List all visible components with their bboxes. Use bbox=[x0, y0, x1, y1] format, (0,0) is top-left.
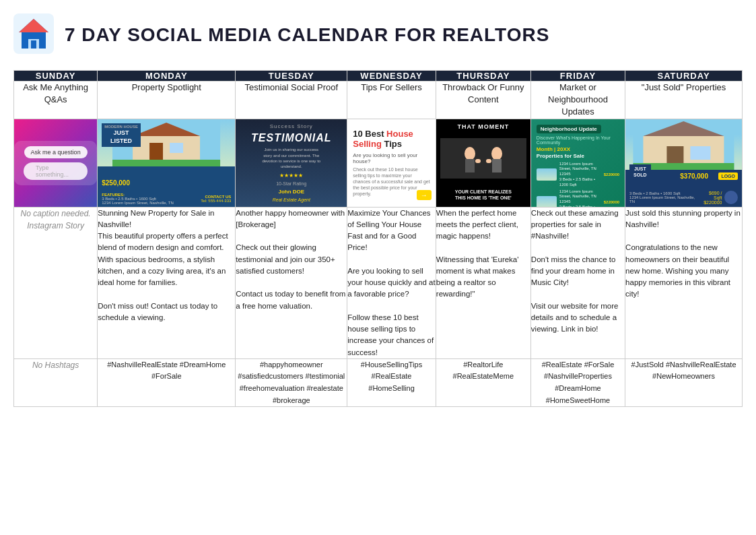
wednesday-arrow: → bbox=[417, 190, 432, 200]
svg-rect-14 bbox=[465, 159, 475, 172]
svg-point-13 bbox=[465, 147, 475, 160]
caption-thursday: When the perfect home meets the perfect … bbox=[436, 207, 530, 358]
friday-photo-1 bbox=[537, 168, 557, 181]
saturday-price: $370,000 bbox=[680, 172, 708, 180]
content-type-sunday: Ask Me Anything Q&As bbox=[14, 82, 98, 119]
friday-properties: Properties for Sale bbox=[537, 153, 584, 159]
svg-rect-8 bbox=[133, 136, 200, 163]
saturday-just-sold-badge: JUSTSOLD bbox=[629, 164, 650, 179]
monday-listed-label: MODERN HOUSE JUSTLISTED bbox=[102, 123, 141, 147]
hashtag-thursday: #RealtorLife #RealEstateMeme bbox=[436, 358, 530, 406]
caption-tuesday-text: Another happy homeowner with [Brokerage]… bbox=[236, 208, 347, 312]
hashtag-monday: #NashvilleRealEstate #DreamHome #ForSale bbox=[98, 358, 236, 406]
caption-friday: Check out these amazing properties for s… bbox=[530, 207, 625, 358]
tuesday-role: Real Estate Agent bbox=[273, 197, 310, 202]
wednesday-subtitle: Are you looking to sell your house? bbox=[353, 152, 430, 164]
friday-price-2: $220000 bbox=[604, 200, 619, 204]
caption-tuesday: Another happy homeowner with [Brokerage]… bbox=[236, 207, 347, 358]
monday-modern-label: MODERN HOUSE bbox=[104, 125, 138, 130]
sunday-ask-label: Ask me a question bbox=[24, 146, 88, 158]
friday-property-list: 1234 Lorem Ipsum Street, Nashville, TN 1… bbox=[537, 162, 619, 208]
caption-sunday: No caption needed. Instagram Story bbox=[14, 207, 98, 358]
hashtag-friday-text: #RealEstate #ForSale #NashvillePropertie… bbox=[531, 359, 625, 406]
content-type-wednesday: Tips For Sellers bbox=[347, 82, 436, 119]
tuesday-stars: ★★★★★ bbox=[279, 172, 303, 179]
day-sunday: SUNDAY bbox=[14, 71, 98, 82]
image-cell-sunday: Ask me a question Type something... bbox=[14, 119, 98, 207]
caption-row: No caption needed. Instagram Story Stunn… bbox=[14, 207, 743, 358]
tuesday-rating: 10-Star Rating bbox=[276, 181, 306, 186]
content-type-tuesday: Testimonial Social Proof bbox=[236, 82, 347, 119]
saturday-price-small: $690 / Sqft$220000 bbox=[699, 191, 722, 205]
svg-point-15 bbox=[491, 147, 502, 160]
friday-badge: Neighborhood Update bbox=[537, 125, 601, 133]
monday-image: MODERN HOUSE JUSTLISTED $250,000 FEATURE… bbox=[98, 119, 235, 207]
hashtag-wednesday-text: #HouseSellingTips #RealEstate #HomeSelli… bbox=[347, 359, 436, 395]
friday-photo-2 bbox=[537, 196, 557, 207]
svg-rect-11 bbox=[170, 143, 183, 153]
sunday-image: Ask me a question Type something... bbox=[14, 119, 97, 207]
wednesday-title: 10 Best House Selling Tips bbox=[353, 129, 430, 150]
saturday-house-photo bbox=[625, 119, 742, 170]
friday-property-row-1: 1234 Lorem Ipsum Street, Nashville, TN 1… bbox=[537, 162, 619, 188]
day-wednesday: WEDNESDAY bbox=[347, 71, 436, 82]
friday-month: Month | 20XX bbox=[537, 146, 570, 152]
day-monday: MONDAY bbox=[98, 71, 236, 82]
sunday-type-label: Type something... bbox=[24, 162, 88, 180]
hashtag-wednesday: #HouseSellingTips #RealEstate #HomeSelli… bbox=[347, 358, 436, 406]
caption-thursday-text: When the perfect home meets the perfect … bbox=[436, 208, 530, 301]
sunday-image-inner: Ask me a question Type something... bbox=[14, 141, 97, 185]
caption-monday-text: Stunning New Property for Sale in Nashvi… bbox=[98, 208, 235, 324]
content-type-saturday: "Just Sold" Properties bbox=[625, 82, 743, 119]
hashtag-sunday: No Hashtags bbox=[14, 358, 98, 406]
friday-image: Neighborhood Update Discover What's Happ… bbox=[531, 119, 625, 207]
image-cell-friday: Neighborhood Update Discover What's Happ… bbox=[530, 119, 625, 207]
caption-saturday-text: Just sold this stunning property in Nash… bbox=[625, 208, 742, 301]
svg-rect-16 bbox=[492, 159, 502, 172]
image-cell-tuesday: Success Story TESTIMONIAL Join us in sha… bbox=[236, 119, 347, 207]
tuesday-testimonial: TESTIMONIAL bbox=[251, 132, 331, 144]
hashtag-sunday-text: No Hashtags bbox=[14, 359, 97, 372]
image-cell-saturday: JUSTSOLD $370,000 LOGO 3 Beds • 2 Baths … bbox=[625, 119, 743, 207]
hashtag-thursday-text: #RealtorLife #RealEstateMeme bbox=[436, 359, 530, 383]
day-tuesday: TUESDAY bbox=[236, 71, 347, 82]
content-type-thursday: Throwback Or Funny Content bbox=[436, 82, 530, 119]
content-type-monday: Property Spotlight bbox=[98, 82, 236, 119]
svg-rect-23 bbox=[691, 146, 711, 160]
day-saturday: SATURDAY bbox=[625, 71, 743, 82]
hashtag-row: No Hashtags #NashvilleRealEstate #DreamH… bbox=[14, 358, 743, 406]
wednesday-prefix: 10 Best bbox=[353, 129, 386, 139]
wednesday-image: 10 Best House Selling Tips Are you looki… bbox=[347, 119, 436, 207]
caption-friday-text: Check out these amazing properties for s… bbox=[531, 208, 625, 336]
friday-info-2: 1234 Lorem Ipsum Street, Nashville, TN 1… bbox=[559, 189, 601, 208]
caption-saturday: Just sold this stunning property in Nash… bbox=[625, 207, 743, 358]
svg-rect-12 bbox=[112, 160, 220, 166]
page-header: 7 DAY SOCIAL MEDIA CALENDAR FOR REALTORS bbox=[13, 13, 743, 57]
friday-subtitle: Discover What's Happening In Your Commun… bbox=[537, 135, 619, 145]
saturday-agent-photo bbox=[724, 191, 738, 204]
day-header-row: SUNDAY MONDAY TUESDAY WEDNESDAY THURSDAY… bbox=[14, 71, 743, 82]
caption-sunday-text: No caption needed. Instagram Story bbox=[14, 208, 97, 232]
house-icon bbox=[13, 13, 54, 57]
monday-contact: CONTACT US Tel: 555-444-333 bbox=[201, 195, 231, 203]
svg-rect-17 bbox=[475, 159, 481, 163]
hashtag-tuesday: #happyhomeowner #satisfiedcustomers #tes… bbox=[236, 358, 347, 406]
hashtag-saturday: #JustSold #NashvilleRealEstate #NewHomeo… bbox=[625, 358, 743, 406]
saturday-details: 3 Beds • 2 Baths • 1600 Sqft 1234 Lorem … bbox=[629, 191, 699, 203]
caption-wednesday-text: Maximize Your Chances of Selling Your Ho… bbox=[347, 208, 436, 358]
image-cell-monday: MODERN HOUSE JUSTLISTED $250,000 FEATURE… bbox=[98, 119, 236, 207]
image-cell-thursday: THAT MOMENT bbox=[436, 119, 530, 207]
hashtag-saturday-text: #JustSold #NashvilleRealEstate #NewHomeo… bbox=[625, 359, 742, 383]
svg-rect-6 bbox=[31, 40, 36, 49]
tuesday-body: Join us in sharing our success story and… bbox=[261, 147, 322, 170]
thursday-top: THAT MOMENT bbox=[457, 123, 509, 130]
image-cell-wednesday: 10 Best House Selling Tips Are you looki… bbox=[347, 119, 436, 207]
tuesday-success: Success Story bbox=[270, 123, 313, 129]
image-row: Ask me a question Type something... bbox=[14, 119, 743, 207]
tuesday-image: Success Story TESTIMONIAL Join us in sha… bbox=[236, 119, 347, 207]
monday-price: $250,000 bbox=[102, 179, 130, 187]
svg-rect-18 bbox=[486, 159, 491, 163]
saturday-logo: LOGO bbox=[718, 172, 738, 180]
monday-bottom-bar: FEATURES: 3 Beds • 2.5 Baths • 1600 Sqft… bbox=[98, 191, 235, 207]
monday-features: FEATURES: 3 Beds • 2.5 Baths • 1600 Sqft… bbox=[102, 193, 174, 205]
